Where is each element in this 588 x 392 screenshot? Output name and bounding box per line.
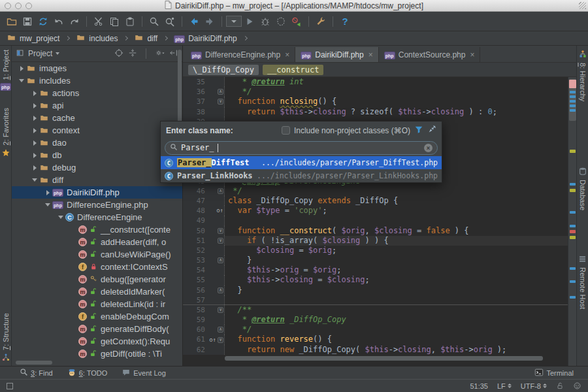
include-non-project-checkbox[interactable] [282,126,290,135]
toolwindow-button-terminal[interactable]: Terminal [534,368,574,378]
caret-position[interactable]: 51:35 [470,382,488,390]
gutter-fold-column[interactable]: ∨ [209,97,225,106]
gutter-fold-column[interactable]: o↑ [209,206,225,216]
tree-item-differenceengine[interactable]: CDifferenceEngine [12,211,182,223]
error-stripe-mark[interactable] [570,109,576,112]
tree-item-__constructconte[interactable]: m__construct([conte [12,223,182,236]
override-marker-icon[interactable]: o↑ [216,208,223,214]
debug-icon[interactable] [257,14,273,29]
project-panel-title[interactable]: Project [28,49,52,58]
gutter-fold-column[interactable]: ∨ [209,226,225,236]
fold-marker-icon[interactable]: ∨ [218,337,223,343]
gutter-fold-column[interactable] [209,295,225,304]
fold-marker-icon[interactable]: ∨ [218,238,223,244]
settings-icon[interactable] [313,14,329,29]
gutter-fold-column[interactable] [209,246,225,255]
error-stripe-mark[interactable] [570,105,576,107]
stripe-button-project[interactable]: 1: Projectphp [0,50,11,91]
stripe-button-favorites[interactable]: 2: Favorites [1,108,10,158]
gutter-fold-column[interactable]: ∧ [209,286,225,295]
error-stripe-mark[interactable] [570,189,576,192]
coverage-icon[interactable] [273,14,289,29]
class-search-input[interactable]: Parser_ × [165,141,438,155]
paste-icon[interactable] [122,14,138,29]
gutter-fold-column[interactable] [209,315,225,325]
gutter-fold-column[interactable] [209,216,225,225]
project-view-dropdown-icon[interactable] [56,52,59,55]
encoding-selector[interactable]: UTF-8 [521,382,547,390]
readonly-lock-icon[interactable] [556,382,564,390]
redo-icon[interactable] [67,14,82,29]
tree-item-dao[interactable]: dao [12,137,182,149]
gutter-fold-column[interactable]: ∧ [209,186,225,196]
tree-item-cache[interactable]: cache [12,112,182,124]
resize-grip[interactable] [579,2,586,9]
tab-contextsourcephp[interactable]: phpContextSource.php× [379,47,481,62]
back-icon[interactable] [186,14,202,29]
run-config-icon[interactable] [226,14,242,29]
toolwindow-button-todo[interactable]: 6: TODO [67,368,108,378]
hide-panel-button[interactable] [169,48,178,59]
breadcrumb-item[interactable]: diff [133,33,159,44]
gutter-fold-column[interactable]: ∧ [209,255,225,265]
collapse-all-button[interactable] [128,48,137,59]
breadcrumb-item[interactable]: mw_project [5,33,61,44]
tree-item-diff[interactable]: diff [12,174,182,186]
fold-marker-icon[interactable]: ∨ [218,307,223,313]
tree-item-generatediffbody[interactable]: mgenerateDiffBody( [12,323,182,335]
error-stripe-mark[interactable] [570,95,576,98]
editor-horizontal-scrollbar[interactable] [225,356,543,361]
gutter-fold-column[interactable] [209,107,225,117]
class-result-item[interactable]: CParser_DiffTest.../includes/parser/Pars… [161,156,442,169]
run-icon[interactable] [242,14,257,29]
tab-differenceenginephp[interactable]: phpDifferenceEngine.php× [186,47,295,62]
panel-settings-button[interactable] [155,48,165,59]
close-tab-icon[interactable]: × [368,50,373,59]
class-result-item[interactable]: CParser_LinkHooks.../includes/parser/Par… [161,169,442,182]
gutter-fold-column[interactable] [209,345,225,355]
toolwindow-button-find[interactable]: 3: Find [20,368,53,378]
tree-item-deletedlinkidir[interactable]: mdeletedLink(id : ir [12,298,182,310]
tree-item-debug[interactable]: debug [12,161,182,174]
error-stripe-mark[interactable] [570,236,576,239]
close-tab-icon[interactable]: × [470,50,474,59]
synchronize-icon[interactable] [35,14,51,29]
close-window-button[interactable] [5,3,11,9]
gutter-fold-column[interactable]: o↑∨ [209,335,225,344]
tree-item-deletedidmarker[interactable]: mdeletedIdMarker( [12,286,182,298]
tree-item-addheaderdiffo[interactable]: maddHeader(diff, o [12,236,182,248]
gutter-fold-column[interactable] [209,265,225,275]
error-stripe-mark[interactable] [570,280,576,283]
clear-search-icon[interactable]: × [424,144,433,152]
pin-icon[interactable] [427,125,436,137]
tree-item-differenceenginephp[interactable]: phpDifferenceEngine.php [12,199,182,211]
checkbox-label[interactable]: Include non-project classes (⌘O) [294,126,410,135]
stripe-button-structure[interactable]: 7: Structure [1,313,10,363]
toggle-tool-buttons[interactable] [7,383,13,389]
breadcrumb-item[interactable]: phpDairikiDiff.php [172,34,238,43]
gutter-fold-column[interactable] [209,77,225,87]
forward-icon[interactable] [202,14,218,29]
help-icon[interactable]: ? [337,14,353,29]
filter-icon[interactable] [414,125,423,137]
tree-item-contexticontexts[interactable]: fcontext:IContextS [12,261,182,273]
gutter-fold-column[interactable]: ∨ [209,236,225,246]
error-stripe-mark[interactable] [570,100,576,103]
cut-icon[interactable] [91,14,106,29]
tree-horizontal-scrollbar[interactable] [16,361,52,365]
tree-item-canusewikipage[interactable]: mcanUseWikiPage() [12,248,182,261]
tree-item-enabledebugcom[interactable]: fenableDebugCom [12,310,182,323]
fold-marker-icon[interactable]: ∧ [218,287,223,293]
error-stripe-mark[interactable] [570,296,576,299]
line-separator-selector[interactable]: LF [497,382,512,390]
copy-icon[interactable] [106,14,122,29]
gutter-fold-column[interactable]: ∧ [209,87,225,97]
tree-item-api[interactable]: api [12,99,182,112]
profile-icon[interactable] [289,14,304,29]
tab-dairikidiffphp[interactable]: phpDairikiDiff.php× [295,47,379,62]
stripe-button-database[interactable]: Database [578,167,587,210]
find-icon[interactable] [146,14,162,29]
stripe-button-remotehost[interactable]: Remote Host [578,255,587,309]
find-usages-icon[interactable] [162,14,178,29]
close-tab-icon[interactable]: × [285,50,289,59]
